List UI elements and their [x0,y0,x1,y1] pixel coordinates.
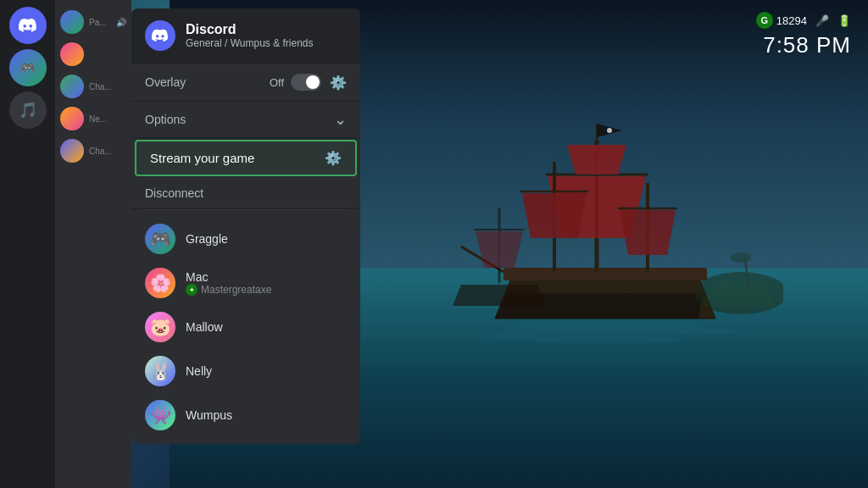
member-info-mallow: Mallow [186,320,223,334]
disconnect-label: Disconnect [145,186,203,200]
ship-scene [444,90,783,386]
channel-item-1[interactable]: Pa... 🔊 [55,7,131,37]
channel-label-1: Pa... [89,18,107,27]
channel-label-4: Ne... [89,114,107,124]
member-info-wumpus: Wumpus [186,408,232,422]
sound-icon-1: 🔊 [116,18,126,27]
server-list: 🎮 🎵 [0,0,55,488]
system-tray: G 18294 🎤 🔋 7:58 PM [756,12,851,58]
disconnect-row[interactable]: Disconnect [131,178,360,209]
channel-list: Pa... 🔊 Cha... Ne... Cha... [55,0,131,488]
app-title: Discord [186,22,314,37]
clock: 7:58 PM [763,32,851,58]
stream-settings-icon[interactable]: ⚙️ [325,150,342,166]
member-avatar-mac: 🌸 [145,268,175,298]
score-value: 18294 [776,14,807,27]
member-item-mallow[interactable]: 🐷 Mallow [131,305,360,349]
member-name-graggle: Graggle [186,232,228,246]
channel-avatar-4 [60,107,84,130]
member-avatar-graggle: 🎮 [145,224,175,254]
channel-label-3: Cha... [89,82,112,92]
svg-point-5 [607,128,612,133]
xbox-icon-mac: ✦ [186,284,198,296]
overlay-settings-icon[interactable]: ⚙️ [330,75,347,91]
member-info-graggle: Graggle [186,232,228,246]
overlay-toggle[interactable] [291,74,321,91]
discord-logo [145,20,175,51]
xbox-icon: G [756,12,773,29]
member-avatar-mallow: 🐷 [145,312,175,342]
member-item-wumpus[interactable]: 👾 Wumpus [131,393,360,437]
battery-icon: 🔋 [837,14,851,27]
toggle-knob [306,75,320,89]
channel-avatar-1 [60,10,84,34]
overlay-label: Overlay [145,75,270,89]
svg-rect-0 [504,268,707,280]
discord-server-icon[interactable] [9,7,47,44]
members-list: 🎮 Graggle 🌸 Mac ✦ Mastergreataxe 🐷 [131,210,360,444]
panel-header-text: Discord General / Wumpus & friends [186,22,314,49]
member-name-nelly: Nelly [186,364,212,378]
member-item-graggle[interactable]: 🎮 Graggle [131,217,360,261]
channel-label-5: Cha... [89,147,112,156]
channel-item-2[interactable] [55,39,131,69]
channel-avatar-2 [60,42,84,66]
channel-item-5[interactable]: Cha... [55,136,131,166]
stream-game-row[interactable]: Stream your game ⚙️ [135,140,357,176]
options-row[interactable]: Options ⌄ [131,102,360,138]
svg-point-14 [656,328,741,335]
tray-icons: G 18294 🎤 🔋 [756,12,851,29]
channel-avatar-3 [60,75,84,98]
member-info-mac: Mac ✦ Mastergreataxe [186,270,271,296]
channel-item-4[interactable]: Ne... [55,103,131,134]
overlay-status: Off [270,76,284,89]
member-name-wumpus: Wumpus [186,408,232,422]
panel-header: Discord General / Wumpus & friends [131,8,360,64]
member-name-mac: Mac [186,270,271,284]
discord-panel: Discord General / Wumpus & friends Overl… [131,8,360,444]
gamerscore: G 18294 [756,12,807,29]
panel-body: Overlay Off ⚙️ Options ⌄ Stream your gam… [131,64,360,444]
svg-point-12 [529,336,682,344]
member-name-mallow: Mallow [186,320,223,334]
member-item-mac[interactable]: 🌸 Mac ✦ Mastergreataxe [131,261,360,305]
chevron-down-icon: ⌄ [334,110,347,129]
member-game-mac: ✦ Mastergreataxe [186,284,271,296]
member-avatar-wumpus: 👾 [145,400,175,430]
member-avatar-nelly: 🐰 [145,356,175,386]
options-label: Options [145,113,334,126]
svg-point-19 [731,252,751,263]
stream-label: Stream your game [150,151,325,165]
microphone-icon: 🎤 [815,14,829,27]
channel-avatar-5 [60,139,84,163]
server-icon-1[interactable]: 🎮 [9,49,47,86]
channel-item-3[interactable]: Cha... [55,71,131,102]
svg-point-13 [478,332,546,339]
channel-name: General / Wumpus & friends [186,37,314,49]
sidebar-strip: 🎮 🎵 Pa... 🔊 Cha... Ne... Cha... [0,0,131,488]
member-info-nelly: Nelly [186,364,212,378]
member-item-nelly[interactable]: 🐰 Nelly [131,349,360,393]
overlay-row: Overlay Off ⚙️ [131,64,360,102]
server-icon-2[interactable]: 🎵 [9,92,47,129]
